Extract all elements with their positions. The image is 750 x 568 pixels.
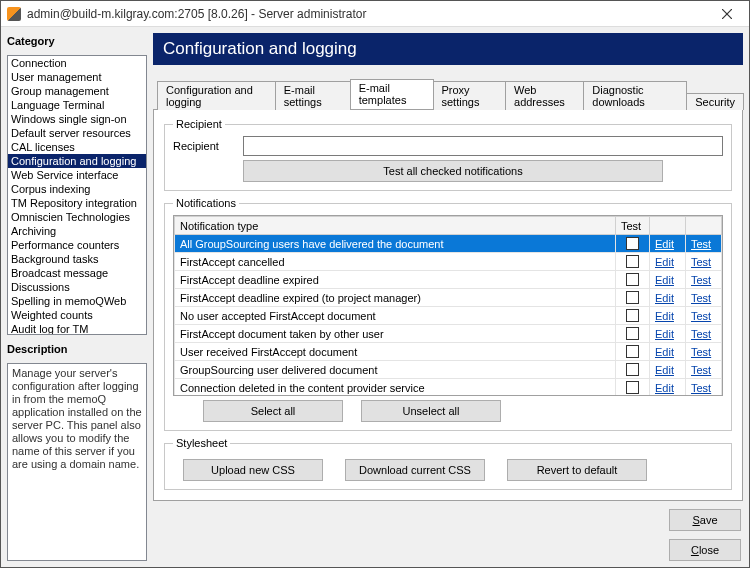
category-item[interactable]: Connection: [8, 56, 146, 70]
notification-type-cell: User received FirstAccept document: [175, 343, 616, 361]
tab-page-email-templates: Recipient Recipient Test all checked not…: [153, 109, 743, 501]
edit-link[interactable]: Edit: [655, 346, 674, 358]
edit-link[interactable]: Edit: [655, 274, 674, 286]
notification-type-cell: Connection deleted in the content provid…: [175, 379, 616, 396]
table-row[interactable]: Connection deleted in the content provid…: [175, 379, 722, 396]
category-item[interactable]: Omniscien Technologies: [8, 210, 146, 224]
test-link[interactable]: Test: [691, 310, 711, 322]
recipient-input[interactable]: [243, 136, 723, 156]
description-text: Manage your server's configuration after…: [7, 363, 147, 561]
recipient-group: Recipient Recipient Test all checked not…: [164, 118, 732, 191]
category-item[interactable]: Language Terminal: [8, 98, 146, 112]
tab-proxy-settings[interactable]: Proxy settings: [433, 81, 507, 110]
edit-link[interactable]: Edit: [655, 328, 674, 340]
tab-e-mail-templates[interactable]: E-mail templates: [350, 79, 434, 109]
category-item[interactable]: Spelling in memoQWeb: [8, 294, 146, 308]
test-checkbox[interactable]: [626, 291, 639, 304]
download-css-button[interactable]: Download current CSS: [345, 459, 485, 481]
test-checkbox[interactable]: [626, 309, 639, 322]
category-item[interactable]: Weighted counts: [8, 308, 146, 322]
test-checkbox[interactable]: [626, 237, 639, 250]
revert-default-button[interactable]: Revert to default: [507, 459, 647, 481]
test-checkbox[interactable]: [626, 327, 639, 340]
col-notification-type[interactable]: Notification type: [175, 217, 616, 235]
notification-type-cell: FirstAccept deadline expired: [175, 271, 616, 289]
table-row[interactable]: FirstAccept deadline expired (to project…: [175, 289, 722, 307]
window-title: admin@build-m.kilgray.com:2705 [8.0.26] …: [27, 7, 711, 21]
test-checkbox[interactable]: [626, 255, 639, 268]
category-item[interactable]: Group management: [8, 84, 146, 98]
test-checkbox[interactable]: [626, 363, 639, 376]
test-link[interactable]: Test: [691, 364, 711, 376]
save-button[interactable]: Save: [669, 509, 741, 531]
edit-link[interactable]: Edit: [655, 238, 674, 250]
table-row[interactable]: FirstAccept cancelledEditTest: [175, 253, 722, 271]
category-item[interactable]: Web Service interface: [8, 168, 146, 182]
test-checkbox[interactable]: [626, 381, 639, 394]
notification-type-cell: FirstAccept document taken by other user: [175, 325, 616, 343]
notifications-group: Notifications Notification type Test: [164, 197, 732, 431]
description-heading: Description: [7, 341, 147, 357]
category-item[interactable]: Audit log for TM: [8, 322, 146, 335]
close-button[interactable]: Close: [669, 539, 741, 561]
table-row[interactable]: FirstAccept deadline expiredEditTest: [175, 271, 722, 289]
stylesheet-group: Stylesheet Upload new CSS Download curre…: [164, 437, 732, 490]
test-link[interactable]: Test: [691, 238, 711, 250]
test-link[interactable]: Test: [691, 382, 711, 394]
tab-configuration-and-logging[interactable]: Configuration and logging: [157, 81, 276, 110]
title-bar: admin@build-m.kilgray.com:2705 [8.0.26] …: [1, 1, 749, 27]
category-item[interactable]: Archiving: [8, 224, 146, 238]
notification-type-cell: FirstAccept deadline expired (to project…: [175, 289, 616, 307]
tab-strip: Configuration and loggingE-mail settings…: [153, 79, 743, 109]
table-row[interactable]: User received FirstAccept documentEditTe…: [175, 343, 722, 361]
category-item[interactable]: Performance counters: [8, 238, 146, 252]
notifications-table: Notification type Test All GroupSourcing…: [174, 216, 722, 395]
tab-diagnostic-downloads[interactable]: Diagnostic downloads: [583, 81, 687, 110]
category-item[interactable]: Configuration and logging: [8, 154, 146, 168]
tab-e-mail-settings[interactable]: E-mail settings: [275, 81, 351, 110]
page-title: Configuration and logging: [153, 33, 743, 65]
test-link[interactable]: Test: [691, 256, 711, 268]
table-row[interactable]: All GroupSourcing users have delivered t…: [175, 235, 722, 253]
edit-link[interactable]: Edit: [655, 310, 674, 322]
app-icon: [7, 7, 21, 21]
stylesheet-legend: Stylesheet: [173, 437, 230, 449]
test-link[interactable]: Test: [691, 328, 711, 340]
notification-type-cell: No user accepted FirstAccept document: [175, 307, 616, 325]
notification-type-cell: All GroupSourcing users have delivered t…: [175, 235, 616, 253]
category-item[interactable]: Corpus indexing: [8, 182, 146, 196]
category-item[interactable]: User management: [8, 70, 146, 84]
category-item[interactable]: Broadcast message: [8, 266, 146, 280]
close-icon[interactable]: [711, 4, 743, 24]
table-row[interactable]: GroupSourcing user delivered documentEdi…: [175, 361, 722, 379]
table-row[interactable]: FirstAccept document taken by other user…: [175, 325, 722, 343]
edit-link[interactable]: Edit: [655, 292, 674, 304]
recipient-legend: Recipient: [173, 118, 225, 130]
category-list[interactable]: ConnectionUser managementGroup managemen…: [7, 55, 147, 335]
category-item[interactable]: TM Repository integration: [8, 196, 146, 210]
table-row[interactable]: No user accepted FirstAccept documentEdi…: [175, 307, 722, 325]
edit-link[interactable]: Edit: [655, 364, 674, 376]
edit-link[interactable]: Edit: [655, 256, 674, 268]
col-test[interactable]: Test: [616, 217, 650, 235]
tab-security[interactable]: Security: [686, 93, 744, 110]
test-checkbox[interactable]: [626, 345, 639, 358]
category-item[interactable]: Background tasks: [8, 252, 146, 266]
test-link[interactable]: Test: [691, 274, 711, 286]
notification-type-cell: GroupSourcing user delivered document: [175, 361, 616, 379]
test-checkbox[interactable]: [626, 273, 639, 286]
category-item[interactable]: CAL licenses: [8, 140, 146, 154]
select-all-button[interactable]: Select all: [203, 400, 343, 422]
category-item[interactable]: Windows single sign-on: [8, 112, 146, 126]
category-item[interactable]: Discussions: [8, 280, 146, 294]
col-edit-blank: [650, 217, 686, 235]
category-item[interactable]: Default server resources: [8, 126, 146, 140]
test-all-button[interactable]: Test all checked notifications: [243, 160, 663, 182]
upload-css-button[interactable]: Upload new CSS: [183, 459, 323, 481]
unselect-all-button[interactable]: Unselect all: [361, 400, 501, 422]
test-link[interactable]: Test: [691, 346, 711, 358]
edit-link[interactable]: Edit: [655, 382, 674, 394]
notifications-legend: Notifications: [173, 197, 239, 209]
test-link[interactable]: Test: [691, 292, 711, 304]
tab-web-addresses[interactable]: Web addresses: [505, 81, 584, 110]
